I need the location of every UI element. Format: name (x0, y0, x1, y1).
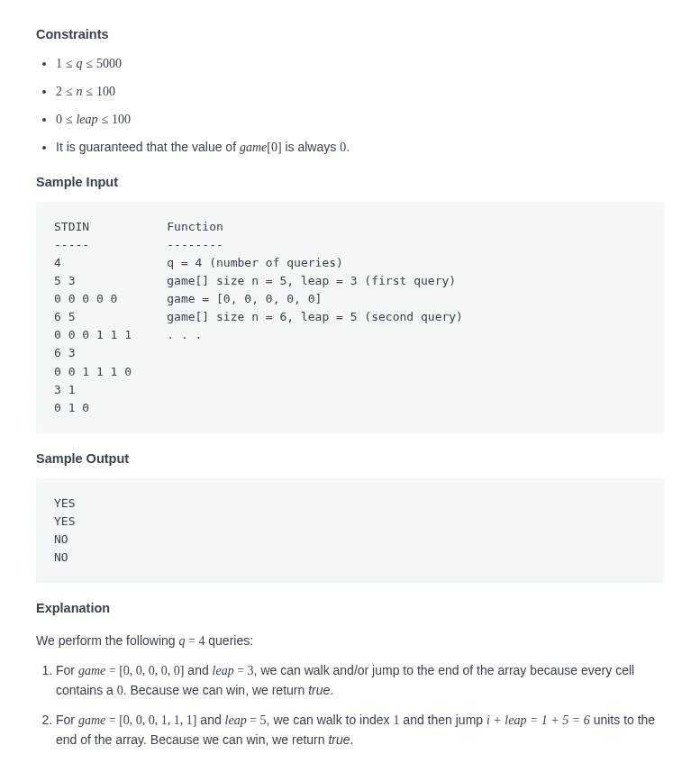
constraint-lhs: 1 (56, 57, 62, 70)
constraint-lhs: 2 (56, 85, 62, 98)
explanation-return: true (328, 732, 350, 747)
explanation-var: leap (213, 664, 234, 677)
explanation-text: and (184, 663, 212, 677)
explanation-text: and then jump (399, 713, 486, 727)
explanation-text: For (56, 713, 78, 727)
sample-input-code: STDIN Function ----- -------- 4 q = 4 (n… (36, 202, 664, 434)
explanation-item: For game = [0, 0, 0, 0, 0] and leap = 3,… (56, 661, 664, 700)
explanation-text: For (56, 663, 78, 677)
constraints-heading: Constraints (36, 25, 664, 45)
explanation-text: . Because we can win, we return (123, 683, 308, 697)
constraint-var: game (240, 141, 267, 154)
explanation-var: game (78, 713, 105, 727)
explanation-eq: = (247, 713, 260, 727)
explanation-item: For game = [0, 0, 0, 1, 1, 1] and leap =… (56, 711, 664, 749)
constraint-op: ≤ (86, 57, 93, 70)
explanation-eq: = (234, 664, 248, 677)
constraint-rhs: 5000 (96, 57, 122, 70)
sample-output-heading: Sample Output (36, 450, 664, 469)
explanation-text: , we can walk to index (267, 713, 394, 727)
sample-input-heading: Sample Input (36, 173, 664, 193)
explanation-eq: = (185, 634, 198, 648)
constraint-op: ≤ (86, 85, 93, 98)
constraint-var: n (76, 85, 82, 98)
constraint-text: is always (282, 140, 341, 154)
explanation-intro: We perform the following q = 4 queries: (36, 631, 664, 650)
constraint-rhs: 100 (96, 85, 115, 98)
constraint-var: q (76, 57, 82, 70)
explanation-var: game (78, 664, 105, 677)
constraint-item: 2 ≤ n ≤ 100 (56, 82, 664, 101)
constraint-text: . (346, 140, 350, 154)
constraints-list: 1 ≤ q ≤ 5000 2 ≤ n ≤ 100 0 ≤ leap ≤ 100 … (36, 54, 664, 157)
constraint-rhs: 100 (112, 113, 131, 126)
explanation-text: We perform the following (36, 633, 178, 648)
explanation-text: and (196, 713, 224, 727)
constraint-item: It is guaranteed that the value of game[… (56, 138, 664, 157)
explanation-list: For game = [0, 0, 0, 0, 0] and leap = 3,… (36, 661, 664, 763)
explanation-text: queries: (205, 633, 253, 648)
constraint-index: [0] (267, 141, 281, 154)
constraint-op: ≤ (66, 85, 73, 98)
explanation-text: . (350, 732, 354, 747)
constraint-text: It is guaranteed that the value of (56, 140, 240, 154)
sample-output-code: YES YES NO NO (36, 478, 664, 584)
constraint-var: leap (76, 113, 97, 126)
explanation-val: 5 (260, 713, 267, 727)
constraint-lhs: 0 (56, 113, 62, 126)
explanation-array: [0, 0, 0, 0, 0] (119, 664, 184, 677)
constraint-item: 0 ≤ leap ≤ 100 (56, 110, 664, 129)
constraint-op: ≤ (101, 113, 108, 126)
explanation-val: 0 (117, 684, 123, 697)
explanation-val: 3 (248, 664, 254, 677)
explanation-text: . (330, 683, 333, 697)
constraint-op: ≤ (66, 113, 73, 126)
explanation-return: true (308, 683, 330, 697)
explanation-array: [0, 0, 0, 1, 1, 1] (119, 713, 196, 727)
constraint-op: ≤ (66, 57, 73, 70)
explanation-heading: Explanation (36, 599, 664, 619)
explanation-eq: = (105, 713, 119, 727)
explanation-expr: i + leap = 1 + 5 = 6 (486, 713, 590, 727)
explanation-var: leap (225, 713, 247, 727)
explanation-eq: = (105, 664, 119, 677)
constraint-item: 1 ≤ q ≤ 5000 (56, 54, 664, 73)
